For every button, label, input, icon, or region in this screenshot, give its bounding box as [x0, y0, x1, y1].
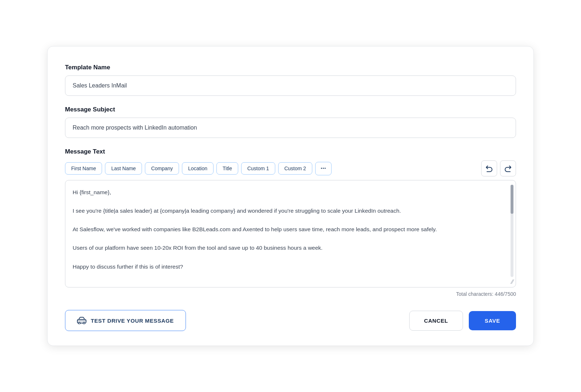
undo-button[interactable] — [481, 160, 497, 176]
test-drive-label: TEST DRIVE YOUR MESSAGE — [91, 318, 174, 324]
tag-company[interactable]: Company — [145, 162, 179, 175]
message-text-label: Message Text — [65, 148, 516, 155]
message-textarea[interactable]: Hi {first_name}, I see you're {title|a s… — [65, 180, 516, 286]
message-subject-input[interactable] — [65, 118, 516, 138]
redo-icon — [504, 164, 512, 172]
undo-redo-group — [481, 160, 516, 176]
resize-handle: ∕∕ — [512, 279, 513, 285]
footer-bar: TEST DRIVE YOUR MESSAGE CANCEL SAVE — [65, 310, 516, 331]
redo-button[interactable] — [500, 160, 516, 176]
tag-more[interactable]: ··· — [315, 162, 332, 175]
car-icon — [77, 317, 86, 324]
char-count: Total characters: 446/7500 — [65, 291, 516, 297]
message-textarea-wrapper: Hi {first_name}, I see you're {title|a s… — [65, 180, 516, 287]
cancel-button[interactable]: CANCEL — [409, 311, 463, 331]
tag-custom1[interactable]: Custom 1 — [241, 162, 275, 175]
template-name-label: Template Name — [65, 64, 516, 71]
tag-last-name[interactable]: Last Name — [105, 162, 142, 175]
tag-custom2[interactable]: Custom 2 — [278, 162, 312, 175]
save-button[interactable]: SAVE — [469, 311, 516, 330]
message-subject-label: Message Subject — [65, 106, 516, 113]
cancel-label: CANCEL — [424, 318, 448, 324]
svg-point-1 — [78, 322, 80, 324]
undo-icon — [485, 164, 493, 172]
scrollbar-thumb — [511, 185, 513, 214]
test-drive-button[interactable]: TEST DRIVE YOUR MESSAGE — [65, 310, 186, 331]
svg-point-2 — [83, 322, 85, 324]
tag-bar: First Name Last Name Company Location Ti… — [65, 160, 516, 176]
save-label: SAVE — [485, 318, 500, 324]
tag-title[interactable]: Title — [216, 162, 238, 175]
scrollbar-track — [511, 185, 513, 277]
modal-container: Template Name Message Subject Message Te… — [47, 46, 534, 346]
tag-first-name[interactable]: First Name — [65, 162, 102, 175]
template-name-input[interactable] — [65, 75, 516, 96]
tag-location[interactable]: Location — [182, 162, 214, 175]
